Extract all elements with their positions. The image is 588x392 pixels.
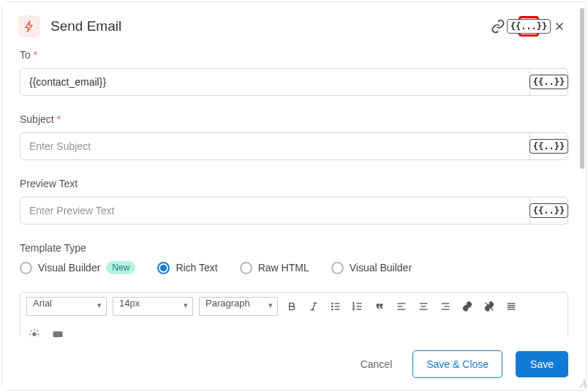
subject-input[interactable] [20,133,529,159]
radio-rich-text[interactable]: Rich Text [157,262,217,274]
template-type-options: Visual Builder New Rich Text Raw HTML Vi… [20,261,568,274]
modal-header: Send Email {{...}} [2,2,586,46]
new-badge: New [106,261,135,274]
input-row-preview: {{..}} [20,197,568,225]
radio-icon [20,262,32,274]
bolt-icon [18,15,40,37]
block-format-select[interactable]: Paragraph [199,297,278,316]
label-template-type: Template Type [20,242,568,254]
bullet-list-icon[interactable] [328,298,344,314]
label-preview: Preview Text [20,178,568,189]
svg-text:3: 3 [353,307,355,311]
italic-icon[interactable] [306,298,322,314]
svg-point-29 [33,333,36,336]
scrollbar-thumb[interactable] [580,8,584,169]
watermark-icon: A [580,379,587,391]
link-icon[interactable] [488,16,508,37]
variable-token-icon: {{..}} [529,139,568,154]
variable-token-icon: {{...}} [507,19,551,34]
preview-input[interactable] [20,197,529,224]
save-button[interactable]: Save [516,351,568,377]
to-variables-button[interactable]: {{..}} [529,69,568,95]
variable-token-icon: {{..}} [529,203,568,218]
modal-footer: Cancel Save & Close Save [2,339,586,390]
variables-header-button[interactable]: {{...}} [519,16,539,37]
svg-point-5 [331,309,333,310]
align-justify-icon[interactable] [503,298,519,314]
field-template-type: Template Type Visual Builder New Rich Te… [20,242,568,274]
svg-line-0 [312,303,315,309]
field-preview: Preview Text {{..}} [20,178,568,225]
bold-icon[interactable] [284,298,300,314]
settings-gear-icon[interactable] [26,326,42,337]
header-actions: {{...}} [488,16,570,37]
save-close-button[interactable]: Save & Close [412,350,502,378]
close-button[interactable] [549,16,570,37]
subject-variables-button[interactable]: {{..}} [529,133,568,159]
label-to: To* [20,49,568,61]
font-size-select[interactable]: 14px [113,297,193,316]
to-input[interactable] [20,69,529,95]
required-marker: * [57,113,61,125]
unlink-icon[interactable] [481,298,497,314]
svg-point-4 [331,306,333,307]
svg-point-3 [331,303,333,304]
align-center-icon[interactable] [415,298,431,314]
quote-icon[interactable] [372,298,388,314]
radio-visual-builder-new[interactable]: Visual Builder New [20,261,135,274]
required-marker: * [34,49,37,61]
keyboard-icon[interactable] [50,326,66,337]
insert-link-icon[interactable] [459,298,475,314]
input-row-subject: {{..}} [20,132,568,160]
modal-title: Send Email [50,18,488,34]
font-select[interactable]: Arial [26,297,107,316]
editor-toolbar: Arial 14px Paragraph 123 [20,292,568,337]
preview-variables-button[interactable]: {{..}} [529,197,568,224]
radio-raw-html[interactable]: Raw HTML [240,262,309,274]
radio-icon [331,262,344,274]
variable-token-icon: {{..}} [529,75,568,89]
modal-body: To* {{..}} Subject* {{..}} Preview Text [2,46,586,337]
svg-rect-30 [53,332,62,337]
input-row-to: {{..}} [20,68,568,96]
field-to: To* {{..}} [20,49,568,96]
align-right-icon[interactable] [437,298,453,314]
send-email-modal: Send Email {{...}} To* {{..}} [1,1,587,391]
radio-icon [157,262,170,274]
cancel-button[interactable]: Cancel [353,353,400,376]
numbered-list-icon[interactable]: 123 [350,298,366,314]
field-subject: Subject* {{..}} [20,113,568,160]
label-subject: Subject* [20,113,568,125]
radio-visual-builder[interactable]: Visual Builder [331,262,412,274]
align-left-icon[interactable] [393,298,410,314]
radio-icon [240,262,252,274]
